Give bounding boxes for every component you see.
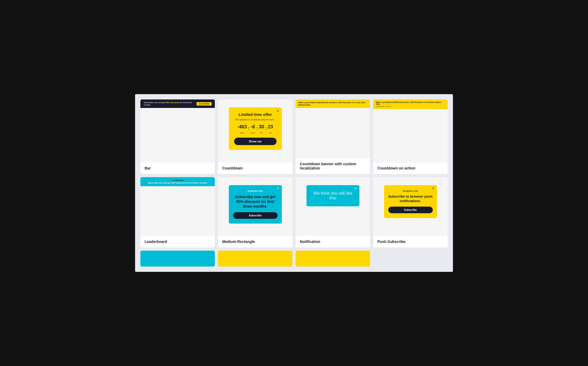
action-discount: 15€ discount: [411, 101, 422, 103]
card-countdown-banner: Make a purchase in $9.99 and receive a 1…: [296, 99, 370, 174]
timer-minutes: 30 Min: [259, 124, 264, 134]
medium-site-name: MYNEWS.COM: [233, 190, 278, 192]
timer-hours-value: -6: [250, 124, 255, 130]
bar-label: Bar: [140, 162, 215, 174]
card-medium-rectangle: ✕ MYNEWS.COM Subscribe now and get 50% d…: [218, 177, 292, 247]
timer-seconds-value: 23: [268, 124, 273, 130]
push-subscribe-label: Push Subscribe: [373, 236, 448, 247]
countdown-banner-widget: Make a purchase in $9.99 and receive a 1…: [296, 99, 370, 108]
card-leaderboard: mynews.com Subscribe now and get 50% dis…: [140, 177, 215, 247]
timer-days: -463 Days: [237, 124, 247, 134]
card-grid: Subscribe now and get 50% discount for f…: [140, 99, 448, 247]
countdown-banner-preview: Make a purchase in $9.99 and receive a 1…: [296, 99, 370, 158]
action-bar: Make a purchase in $9.99 and receive a 1…: [373, 99, 448, 109]
bar-highlight: 50% discount: [166, 101, 180, 104]
medium-title: Subscribe now and get 50% discount for f…: [233, 194, 278, 209]
countdown-label: Countdown: [218, 162, 292, 174]
bottom-preview-2: [218, 251, 292, 267]
leaderboard-widget: mynews.com Subscribe now and get 50% dis…: [140, 177, 215, 186]
action-text: Make a purchase in $9.99 and receive a 1…: [376, 101, 441, 105]
timer-sep-1: :: [248, 126, 249, 131]
bottom-preview-1: [140, 251, 215, 267]
notification-text: We think you will like this: [312, 191, 354, 201]
banner-discount: 15€ discount: [338, 101, 351, 104]
card-push-subscribe: ✕ MYNEWS.COM Subscribe to browser push n…: [373, 177, 448, 247]
countdown-preview: ✕ Limited time offer This product is ava…: [218, 99, 292, 162]
timer-hours: -6 Hours: [250, 124, 255, 134]
timer-seconds-label: Sec: [269, 132, 272, 134]
banner-bar: Make a purchase in $9.99 and receive a 1…: [296, 99, 370, 108]
action-sub: Available for Tuesday: [376, 106, 445, 107]
medium-rectangle-preview: ✕ MYNEWS.COM Subscribe now and get 50% d…: [218, 177, 292, 236]
countdown-banner-label: Countdown banner with custom localizatio…: [296, 158, 370, 174]
countdown-close-icon[interactable]: ✕: [277, 109, 279, 113]
bottom-card-3: [296, 251, 370, 267]
bottom-preview-3: [296, 251, 370, 267]
medium-rectangle-popup: ✕ MYNEWS.COM Subscribe now and get 50% d…: [229, 185, 282, 224]
leaderboard-site: mynews.com: [172, 179, 184, 181]
leaderboard-label: Leaderboard: [140, 236, 215, 247]
timer-seconds: 23 Sec: [268, 124, 273, 134]
countdown-action-preview: Make a purchase in $9.99 and receive a 1…: [373, 99, 448, 162]
leaderboard-inner: mynews.com Subscribe now and get 50% dis…: [144, 179, 212, 184]
push-subscribe-popup: ✕ MYNEWS.COM Subscribe to browser push n…: [384, 185, 437, 218]
push-title: Subscribe to browser push notifications.: [388, 194, 433, 203]
leaderboard-text: Subscribe now and get 50% discount for f…: [148, 182, 208, 184]
timer-minutes-label: Min: [260, 132, 263, 134]
countdown-subtitle: This product is available only for next.…: [234, 118, 277, 121]
card-countdown-action: Make a purchase in $9.99 and receive a 1…: [373, 99, 448, 174]
timer-sep-2: :: [256, 126, 258, 131]
bar-preview: Subscribe now and get 50% discount for f…: [140, 99, 215, 162]
action-price: $9.99: [394, 101, 398, 103]
timer-hours-label: Hours: [250, 132, 255, 134]
notification-popup: ✕ We think you will like this: [306, 185, 359, 206]
bar-subscribe-button[interactable]: SUBSCRIBE: [197, 102, 212, 106]
bar-widget: Subscribe now and get 50% discount for f…: [140, 99, 215, 108]
bottom-card-4: [373, 251, 448, 267]
bottom-card-2: [218, 251, 292, 267]
banner-text: Make a purchase in $9.99 and receive a 1…: [298, 101, 365, 106]
medium-rectangle-label: Medium Rectangle: [218, 236, 292, 247]
notification-preview: ✕ We think you will like this: [296, 177, 370, 236]
countdown-title: Limited time offer: [234, 112, 277, 117]
screen: Subscribe now and get 50% discount for f…: [135, 94, 453, 272]
bottom-card-1: [140, 251, 215, 267]
push-subscribe-preview: ✕ MYNEWS.COM Subscribe to browser push n…: [373, 177, 448, 236]
timer-sep-3: :: [265, 126, 267, 131]
bottom-row: [140, 251, 448, 267]
push-site-name: MYNEWS.COM: [388, 190, 433, 192]
card-bar: Subscribe now and get 50% discount for f…: [140, 99, 215, 174]
medium-subscribe-button[interactable]: Subscribe: [233, 212, 278, 219]
countdown-action-widget: Make a purchase in $9.99 and receive a 1…: [373, 99, 448, 109]
push-close-icon[interactable]: ✕: [432, 187, 434, 190]
timer-minutes-value: 30: [259, 124, 264, 130]
countdown-showme-button[interactable]: Show me: [234, 138, 277, 145]
countdown-action-label: Countdown on action: [373, 162, 448, 174]
medium-close-icon[interactable]: ✕: [277, 187, 279, 190]
timer-days-value: -463: [237, 124, 247, 130]
leaderboard-preview: mynews.com Subscribe now and get 50% dis…: [140, 177, 215, 236]
notification-label: Notification: [296, 236, 370, 247]
bar-text: Subscribe now and get 50% discount for f…: [144, 101, 197, 106]
card-notification: ✕ We think you will like this Notificati…: [296, 177, 370, 247]
timer-days-label: Days: [240, 132, 244, 134]
push-subscribe-button[interactable]: Subscribe: [388, 207, 433, 213]
banner-price: $9.99: [318, 101, 324, 104]
countdown-timer: -463 Days : -6 Hours : 30 Min: [234, 124, 277, 134]
notification-close-icon[interactable]: ✕: [354, 187, 357, 190]
countdown-popup: ✕ Limited time offer This product is ava…: [229, 107, 282, 150]
card-countdown: ✕ Limited time offer This product is ava…: [218, 99, 292, 174]
